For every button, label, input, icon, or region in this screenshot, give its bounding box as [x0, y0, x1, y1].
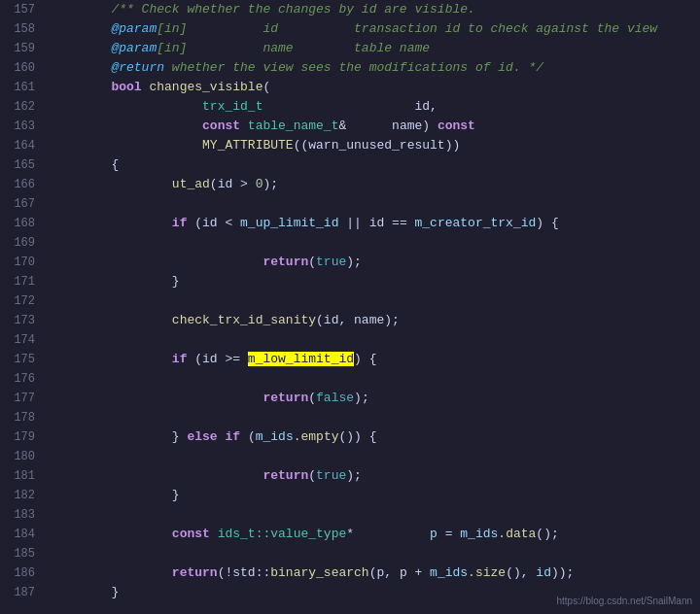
plain-text: warn_unused_result — [308, 138, 444, 153]
line-content — [47, 369, 700, 388]
line-content: trx_id_t id, — [47, 97, 700, 116]
plain-text: = — [438, 527, 460, 541]
keyword: if — [225, 429, 240, 444]
parameter: m_ids — [460, 527, 498, 541]
table-row: 180 — [0, 447, 700, 466]
plain-text: } — [51, 274, 180, 289]
comment-italic: [in] — [157, 41, 187, 55]
line-number: 173 — [0, 312, 47, 330]
plain-text: ( — [308, 255, 316, 269]
type-name: table_name_t — [248, 119, 339, 133]
table-row: 158 @param[in] id transaction id to chec… — [0, 19, 700, 39]
macro-name: MY_ATTRIBUTE — [51, 138, 294, 153]
line-number: 160 — [0, 59, 47, 78]
plain-text: } — [51, 429, 187, 444]
line-number: 183 — [0, 506, 47, 525]
table-row: 168 if (id < m_up_limit_id || id == m_cr… — [0, 214, 700, 233]
keyword: return — [262, 255, 308, 269]
line-content — [47, 447, 700, 465]
line-number: 181 — [0, 467, 47, 486]
line-content: @param[in] id transaction id to check ag… — [47, 19, 700, 38]
line-content: return(false); — [47, 389, 700, 407]
table-row: 157 /** Check whether the changes by id … — [0, 0, 700, 19]
keyword: else — [187, 429, 217, 444]
plain-text: ()) { — [339, 429, 377, 444]
table-row: 182 } — [0, 486, 700, 505]
line-number: 165 — [0, 156, 47, 175]
line-content: } else if (m_ids.empty()) { — [47, 427, 700, 446]
table-row: 178 — [0, 408, 700, 427]
table-row: 162 trx_id_t id, — [0, 97, 700, 117]
table-row: 164 MY_ATTRIBUTE((warn_unused_result)) — [0, 136, 700, 155]
keyword: return — [262, 391, 308, 405]
plain-text: ( — [308, 468, 316, 483]
line-content — [47, 291, 700, 310]
line-content: ut_ad(id > 0); — [47, 175, 700, 193]
line-content — [47, 330, 700, 349]
table-row: 165 { — [0, 155, 700, 175]
table-row: 175 if (id >= m_low_limit_id) { — [0, 350, 700, 369]
line-number: 162 — [0, 98, 47, 117]
plain-text: & — [338, 119, 392, 133]
line-number: 180 — [0, 448, 47, 466]
function-name: .data — [498, 527, 536, 541]
plain-text: ( — [262, 80, 270, 94]
line-number: 158 — [0, 20, 47, 39]
plain-text: (( — [294, 138, 309, 153]
plain-text: (), — [506, 565, 536, 580]
plain-text: ); — [346, 255, 362, 269]
plain-text: * — [346, 527, 430, 541]
line-number: 176 — [0, 370, 47, 389]
line-number: 157 — [0, 1, 47, 19]
line-content — [47, 408, 700, 426]
plain-text: name — [392, 119, 422, 133]
function-name: .size — [468, 565, 506, 580]
line-content — [47, 194, 700, 213]
line-number: 179 — [0, 428, 47, 447]
plain-text: ); — [346, 468, 362, 483]
function-name: changes_visible — [149, 80, 262, 94]
keyword: if — [172, 352, 188, 366]
parameter: p — [430, 527, 438, 541]
keyword-value: true — [316, 255, 346, 269]
table-row: 160 @return whether the view sees the mo… — [0, 58, 700, 78]
table-row: 186 return(!std::binary_search(p, p + m_… — [0, 563, 700, 583]
line-content: MY_ATTRIBUTE((warn_unused_result)) — [47, 136, 700, 154]
comment-tag: @param — [51, 41, 157, 55]
line-number: 185 — [0, 545, 47, 563]
table-row: 169 — [0, 233, 700, 253]
plain-text: ( — [308, 391, 316, 405]
table-row: 176 — [0, 369, 700, 389]
line-content: if (id >= m_low_limit_id) { — [47, 350, 700, 368]
line-number: 166 — [0, 176, 47, 194]
line-content: /** Check whether the changes by id are … — [47, 0, 700, 18]
line-number: 169 — [0, 234, 47, 253]
keyword: const — [438, 119, 475, 133]
plain-text: (id >= — [187, 352, 247, 366]
line-content: check_trx_id_sanity(id, name); — [47, 311, 700, 329]
line-content: const ids_t::value_type* p = m_ids.data(… — [47, 525, 700, 543]
plain-text — [51, 352, 172, 366]
function-name: check_trx_id_sanity — [172, 313, 316, 327]
line-number: 175 — [0, 351, 47, 369]
plain-text: ); — [354, 391, 369, 405]
parameter: m_up_limit_id — [240, 216, 338, 230]
comment-text: id transaction id to check against the v… — [187, 21, 657, 36]
line-content: return(true); — [47, 466, 700, 485]
plain-text: , — [430, 99, 438, 114]
line-number: 171 — [0, 273, 47, 291]
line-number: 178 — [0, 409, 47, 427]
plain-text — [51, 313, 172, 327]
line-content: return(true); — [47, 253, 700, 271]
line-content: } — [47, 272, 700, 290]
plain-text: ) { — [536, 216, 558, 230]
table-row: 161 bool changes_visible( — [0, 78, 700, 97]
comment-italic: [in] — [157, 21, 187, 36]
parameter: m_ids — [256, 429, 294, 444]
keyword: if — [172, 216, 188, 230]
plain-text: )); — [551, 565, 574, 580]
table-row: 174 — [0, 330, 700, 350]
line-number: 167 — [0, 195, 47, 214]
plain-text: { — [51, 157, 119, 172]
line-content: return(!std::binary_search(p, p + m_ids.… — [47, 563, 700, 582]
